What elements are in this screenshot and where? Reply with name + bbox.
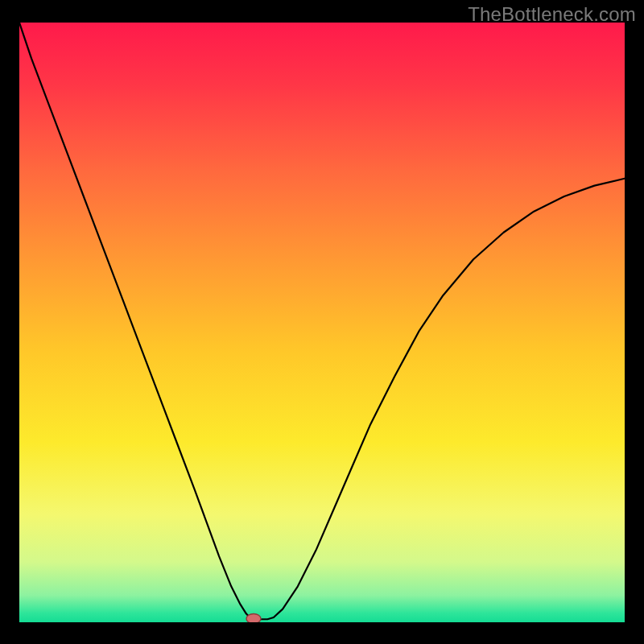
- bottleneck-marker: [246, 614, 261, 624]
- chart-container: TheBottleneck.com: [0, 0, 644, 644]
- plot-background: [19, 23, 625, 622]
- watermark-label: TheBottleneck.com: [468, 3, 636, 26]
- bottleneck-plot: [0, 0, 644, 644]
